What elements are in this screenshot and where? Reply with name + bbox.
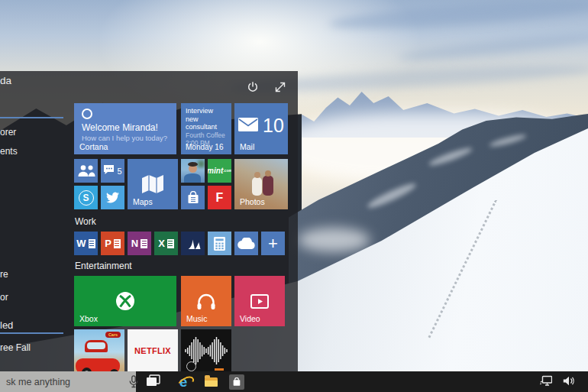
calendar-event: Interview new consultant [186,107,228,131]
diagonal-resize-icon [274,81,286,96]
photo-figure [263,176,273,196]
tile-cortana[interactable]: Welcome Miranda! How can I help you toda… [74,103,176,154]
tile-calculator[interactable] [208,232,231,255]
tile-label: Music [186,314,207,323]
volume-icon [563,375,575,389]
tile-mint[interactable]: mint.com [208,159,231,183]
add-tile-icon: + [268,234,278,254]
search-input[interactable] [0,377,129,387]
calculator-icon [208,232,231,255]
sidebar-item-file-explorer[interactable]: orer [0,127,16,138]
internet-explorer-button[interactable]: e [173,371,193,392]
cars-logo: Cars [105,332,121,338]
search-box[interactable] [0,371,136,392]
tile-contact-photo[interactable] [181,159,205,183]
cortana-prompt: How can I help you today? [82,134,167,142]
twitter-bird-icon [101,186,124,209]
tile-music-album[interactable] [181,329,231,371]
tile-video[interactable]: Video [234,276,285,326]
tile-people[interactable] [74,159,98,183]
tile-maps[interactable]: Maps [128,159,178,209]
mint-brand: mint [208,167,223,175]
tile-powerpoint[interactable]: P [101,232,124,255]
tile-label: Xbox [79,314,98,323]
word-icon: W [74,232,98,255]
onedrive-cloud-icon [234,232,258,255]
tile-dynamics[interactable] [181,232,205,255]
tile-messaging[interactable]: 5 [101,159,124,183]
tile-excel[interactable]: X [154,232,178,255]
wallpaper-fog [298,228,370,252]
resize-menu-button[interactable] [273,82,287,96]
people-icon [74,159,98,183]
sidebar-item-recent-app[interactable]: ree Fall [0,342,31,353]
internet-explorer-icon: e [179,374,188,389]
tile-twitter[interactable] [101,186,124,209]
task-view-icon [146,374,160,390]
onenote-letter: N [131,238,138,249]
tile-word[interactable]: W [74,232,98,255]
sidebar-username[interactable]: da [0,75,11,86]
flipboard-logo: F [216,191,224,205]
tile-calendar[interactable]: Interview new consultant Fourth Coffee 2… [181,103,231,154]
tile-onedrive[interactable] [234,232,258,255]
mic-icon[interactable] [129,375,144,388]
excel-letter: X [158,238,165,249]
sidebar-item-documents[interactable]: ents [0,146,18,157]
folder-icon [205,377,218,387]
tile-label: Photos [240,197,265,206]
tile-xbox[interactable]: Xbox [74,276,176,326]
tile-label: Maps [133,197,153,206]
network-tray-button[interactable] [536,371,556,392]
volume-tray-button[interactable] [559,371,579,392]
dynamics-icon [181,232,205,255]
section-header-entertainment: Entertainment [75,261,132,271]
calendar-organizer: Fourth Coffee [186,131,228,140]
messaging-badge: 5 [117,167,121,176]
tile-label: Cortana [79,142,108,151]
file-explorer-button[interactable] [201,371,221,392]
desktop: da orer ents re or led ree Fall Welcome … [0,0,588,392]
skype-letter: S [82,193,89,203]
store-button[interactable] [227,371,247,392]
tile-onenote[interactable]: N [128,232,151,255]
start-menu: da orer ents re or led ree Fall Welcome … [0,71,298,371]
tile-add[interactable]: + [261,232,285,255]
tile-skype[interactable]: S [74,186,98,209]
netflix-logo: NETFLIX [128,329,178,355]
excel-icon: X [154,232,178,255]
photo-figure-head [265,170,271,177]
sidebar-section-header: led [0,319,13,331]
tile-netflix[interactable]: NETFLIX [128,329,178,371]
photo-shirt [184,173,201,183]
task-view-button[interactable] [143,371,163,392]
taskbar: e [0,371,588,392]
tile-photos[interactable]: Photos [234,159,288,209]
tile-store[interactable] [181,186,205,209]
power-icon [247,81,259,96]
sidebar-item[interactable]: or [0,292,8,303]
powerpoint-letter: P [105,238,111,249]
cortana-ring-icon [82,109,92,119]
tile-label: Mail [240,142,254,151]
network-icon [540,375,552,389]
store-icon [229,374,244,390]
cortana-greeting: Welcome Miranda! [82,122,158,133]
store-bag-icon [181,186,205,209]
tile-mail[interactable]: 10 Mail [234,103,288,154]
tile-flipboard[interactable]: F [208,186,231,209]
album-orange-mark [215,368,224,371]
photo-figure-head [254,172,260,178]
album-circle-mark [186,361,196,371]
car-windshield [87,342,105,349]
power-button[interactable] [246,82,260,96]
section-header-work: Work [75,216,96,227]
tile-music[interactable]: Music [181,276,231,326]
sidebar-item[interactable]: re [0,269,8,280]
mail-envelope-icon [238,118,258,134]
tile-cars-movie[interactable]: Cars [74,329,124,371]
photo-figure [252,177,262,196]
mint-suffix: .com [223,168,231,173]
tile-label: Video [240,314,260,323]
photo-hair [188,162,198,167]
